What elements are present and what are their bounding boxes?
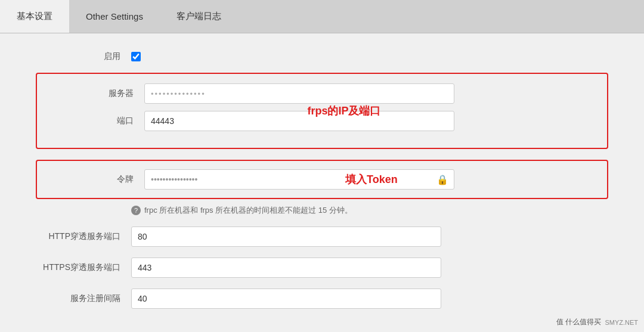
interval-label: 服务注册间隔: [36, 293, 131, 304]
tab-other[interactable]: Other Settings: [69, 0, 160, 33]
port-row: 端口: [49, 111, 595, 131]
http-row: HTTP穿透服务端口: [36, 226, 608, 247]
http-input[interactable]: [131, 226, 441, 247]
enable-checkbox[interactable]: [131, 52, 141, 61]
token-label: 令牌: [49, 174, 144, 185]
lock-icon: 🔒: [436, 174, 448, 185]
tab-log[interactable]: 客户端日志: [160, 0, 238, 33]
server-label: 服务器: [49, 88, 144, 99]
port-input[interactable]: [144, 111, 454, 131]
token-row: 令牌 🔒: [49, 169, 595, 190]
watermark: 值 什么值得买 SMYZ.NET: [556, 317, 638, 327]
server-port-box: 服务器 端口 frps的IP及端口: [36, 73, 608, 149]
interval-row: 服务注册间隔: [36, 288, 608, 309]
https-label: HTTPS穿透服务端口: [36, 262, 131, 273]
server-input[interactable]: [144, 83, 454, 104]
https-row: HTTPS穿透服务端口: [36, 257, 608, 278]
interval-input[interactable]: [131, 288, 441, 309]
server-row: 服务器: [49, 83, 595, 104]
tab-basic[interactable]: 基本设置: [0, 0, 69, 33]
token-box: 令牌 🔒 填入Token: [36, 160, 608, 199]
main-content: 启用 服务器 端口 frps的IP及端口 令牌 🔒 填入Token: [0, 33, 644, 332]
http-label: HTTP穿透服务端口: [36, 231, 131, 242]
https-input[interactable]: [131, 257, 441, 278]
token-input[interactable]: [144, 169, 454, 190]
watermark-text: 值 什么值得买: [556, 317, 601, 327]
enable-label: 启用: [36, 51, 131, 62]
watermark-site: SMYZ.NET: [605, 319, 638, 326]
info-icon: ?: [131, 206, 141, 215]
tab-bar: 基本设置 Other Settings 客户端日志: [0, 0, 644, 33]
port-label: 端口: [49, 116, 144, 126]
token-input-wrapper: 🔒: [144, 169, 454, 190]
info-text-row: ? frpc 所在机器和 frps 所在机器的时间相差不能超过 15 分钟。: [131, 205, 608, 216]
enable-row: 启用: [36, 51, 608, 62]
